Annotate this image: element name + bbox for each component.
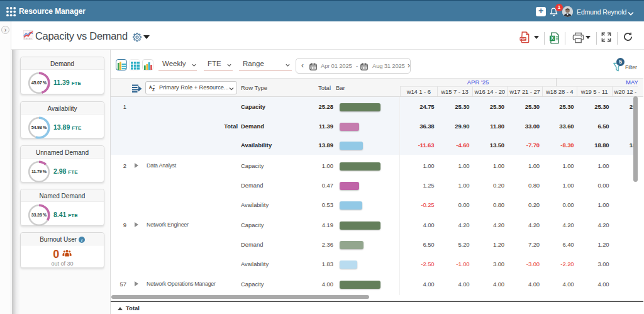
svg-text:X: X [551,36,554,41]
svg-text:i: i [81,238,82,243]
svg-text:PDF: PDF [520,37,526,40]
